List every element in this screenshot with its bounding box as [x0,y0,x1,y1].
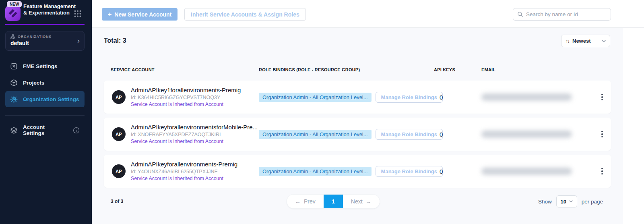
role-binding-badge[interactable]: Organization Admin - All Organization Le… [259,167,372,176]
column-header-role-bindings: ROLE BINDINGS (ROLE - RESOURCE GROUP) [259,67,434,72]
sidebar-item-label: FME Settings [23,63,58,69]
topbar: + New Service Account Inherit Service Ac… [92,0,644,28]
table-row: AP AdminAPIkeyforallenvironments-Premig … [104,155,611,188]
chevron-down-icon [569,200,573,203]
plus-icon: + [108,11,111,18]
arrow-right-icon: → [366,198,372,205]
organization-selector[interactable]: ORGANIZATIONS default › [5,31,85,51]
pagination: ← Prev 1 Next → [287,194,380,209]
result-count: 3 of 3 [111,199,123,204]
sidebar-item-account-settings[interactable]: Account Settings [5,122,85,138]
inherit-service-accounts-button[interactable]: Inherit Service Accounts & Assign Roles [184,8,306,21]
kebab-menu-icon[interactable] [597,91,608,103]
manage-role-bindings-button[interactable]: Manage Role Bindings [376,166,443,177]
email-redacted [481,93,572,101]
sidebar-nav: FME Settings Projects [5,58,85,139]
email-redacted [481,131,572,138]
app-window: NEW Feature Management & Experimentation [0,0,644,224]
page-size-select[interactable]: 10 [556,195,577,207]
prev-page-button[interactable]: ← Prev [287,195,324,208]
main-content: Total: 3 ↑↓ Newest SERVICE ACCOUNT ROLE … [92,28,623,224]
app-title: Feature Management & Experimentation [23,3,76,16]
service-account-name: AdminAPIkey1forallenvironments-Premig [131,86,241,94]
service-account-name: AdminAPIkeyforallenvironments-Premig [131,160,237,168]
page-number-button[interactable]: 1 [324,195,343,208]
search-icon [517,11,523,17]
kebab-menu-icon[interactable] [597,166,608,177]
service-account-id: Id: Y4OUNXZ46A6IBL6255QTPXJJNE [131,168,237,175]
app-logo-icon [5,6,21,21]
sidebar-item-fme-settings[interactable]: FME Settings [5,58,85,74]
sidebar-item-organization-settings[interactable]: Organization Settings [5,91,85,107]
fme-settings-icon [10,62,18,70]
manage-role-bindings-button[interactable]: Manage Role Bindings [376,92,443,103]
avatar: AP [112,127,126,141]
inherited-note: Service Account is inherited from Accoun… [131,101,241,108]
cube-icon [10,79,18,87]
email-redacted [481,168,572,175]
total-count: Total: 3 [104,37,126,44]
layers-icon [10,127,18,134]
api-keys-count: 0 [434,131,481,138]
kebab-menu-icon[interactable] [597,129,608,140]
organization-name: default [10,40,80,46]
chevron-right-icon: › [77,37,80,44]
sidebar-item-label: Account Settings [23,124,62,136]
manage-role-bindings-button[interactable]: Manage Role Bindings [376,129,443,140]
scroll-gutter [623,28,644,224]
organizations-label: ORGANIZATIONS [18,35,52,39]
new-service-account-button[interactable]: + New Service Account [102,8,178,21]
show-label: Show [538,199,552,205]
next-page-button[interactable]: Next → [343,195,380,208]
service-account-id: Id: XNOERAFYYA5XPDEZ7AOQTJKIRI [131,131,258,138]
role-binding-badge[interactable]: Organization Admin - All Organization Le… [259,93,372,102]
search-box [513,8,611,21]
sidebar-item-label: Projects [23,80,44,86]
sort-dropdown[interactable]: ↑↓ Newest [561,35,610,47]
org-hierarchy-icon [10,34,15,39]
api-keys-count: 0 [434,94,481,101]
table-rows: AP AdminAPIkey1forallenvironments-Premig… [104,81,611,188]
arrow-left-icon: ← [295,198,301,205]
api-keys-count: 0 [434,168,481,175]
column-header-service-account: SERVICE ACCOUNT [111,67,259,72]
inherited-note: Service Account is inherited from Accoun… [131,138,258,145]
brand-divider [5,24,85,25]
sidebar-divider [5,115,85,116]
service-account-id: Id: K364HIC5RI6GZGYCPVST7NOQ3Y [131,94,241,101]
sidebar: NEW Feature Management & Experimentation [0,0,92,224]
info-icon[interactable] [73,127,80,134]
table-header-row: SERVICE ACCOUNT ROLE BINDINGS (ROLE - RE… [104,67,611,72]
gear-icon [10,95,18,103]
sort-value: Newest [572,38,599,44]
chevron-down-icon [602,40,606,42]
table-row: AP AdminAPIkey1forallenvironments-Premig… [104,81,611,114]
per-page-label: per page [582,199,603,205]
avatar: AP [112,164,126,178]
role-binding-badge[interactable]: Organization Admin - All Organization Le… [259,130,372,139]
sidebar-item-label: Organization Settings [23,96,79,102]
column-header-api-keys: API KEYS [434,67,481,72]
service-account-name: AdminAPIkeyforallenvironmentsforMobile-P… [131,123,258,131]
inherited-note: Service Account is inherited from Accoun… [131,175,237,182]
page-size-group: Show 10 per page [538,195,603,207]
search-input[interactable] [526,11,607,17]
sidebar-item-projects[interactable]: Projects [5,75,85,91]
sort-arrows-icon: ↑↓ [566,38,569,44]
table-row: AP AdminAPIkeyforallenvironmentsforMobil… [104,118,611,151]
apps-grid-icon[interactable] [74,10,81,17]
new-badge: NEW [7,1,22,7]
column-header-email: EMAIL [481,67,593,72]
avatar: AP [112,90,126,104]
